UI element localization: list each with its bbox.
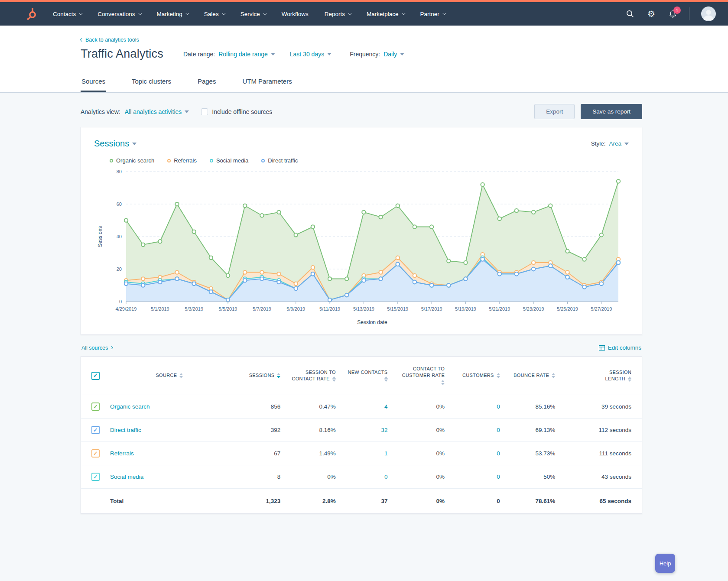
cell[interactable]: 0 bbox=[455, 395, 510, 419]
column-header-session-to-contact-rate[interactable]: SESSION TO CONTACT RATE bbox=[291, 357, 346, 395]
svg-text:5/3/2019: 5/3/2019 bbox=[185, 306, 203, 312]
svg-text:20: 20 bbox=[117, 266, 122, 272]
chevron-down-icon bbox=[442, 11, 446, 15]
cell[interactable]: 1 bbox=[346, 442, 398, 465]
total-label: Total bbox=[110, 489, 239, 514]
date-range-dropdown[interactable]: Rolling date range bbox=[218, 51, 275, 58]
table-row-referrals: ✓Referrals671.49%10%053.73%111 seconds bbox=[81, 442, 642, 465]
sort-icon[interactable] bbox=[497, 373, 500, 378]
sort-icon[interactable] bbox=[277, 373, 280, 378]
cell: 0% bbox=[398, 419, 455, 442]
cell: 53.73% bbox=[510, 442, 566, 465]
cell[interactable]: 0 bbox=[346, 465, 398, 489]
sessions-area-chart[interactable]: 0204060804/29/20195/1/20195/3/20195/5/20… bbox=[94, 166, 630, 328]
select-all-checkbox-cell: ✓ bbox=[81, 357, 110, 395]
date-range-label: Date range: bbox=[183, 51, 215, 58]
source-link[interactable]: Social media bbox=[110, 474, 143, 480]
analytics-view-label: Analytics view: bbox=[81, 108, 120, 115]
export-button[interactable]: Export bbox=[534, 104, 575, 119]
row-checkbox[interactable]: ✓ bbox=[91, 402, 100, 411]
column-header-bounce-rate[interactable]: BOUNCE RATE bbox=[510, 357, 566, 395]
sort-icon[interactable] bbox=[628, 377, 631, 382]
svg-text:5/5/2019: 5/5/2019 bbox=[219, 306, 237, 312]
sessions-chart-card: Sessions Style: Area Organic searchRefer… bbox=[81, 127, 642, 335]
select-all-checkbox[interactable]: ✓ bbox=[91, 372, 100, 380]
legend-item-organic-search[interactable]: Organic search bbox=[110, 157, 154, 164]
column-header-contact-to-customer-rate[interactable]: CONTACT TO CUSTOMER RATE bbox=[398, 357, 455, 395]
include-offline-checkbox[interactable] bbox=[201, 108, 208, 115]
tab-topic-clusters[interactable]: Topic clusters bbox=[131, 72, 172, 92]
column-header-customers[interactable]: CUSTOMERS bbox=[455, 357, 510, 395]
sources-table-card: ✓SOURCESESSIONSSESSION TO CONTACT RATENE… bbox=[81, 356, 642, 514]
cell[interactable]: 32 bbox=[346, 419, 398, 442]
row-checkbox[interactable]: ✓ bbox=[91, 449, 100, 458]
cell[interactable]: 0 bbox=[455, 419, 510, 442]
chart-metric-dropdown[interactable]: Sessions bbox=[94, 139, 136, 149]
svg-text:5/1/2019: 5/1/2019 bbox=[151, 306, 169, 312]
nav-item-reports[interactable]: Reports bbox=[325, 11, 351, 17]
cell[interactable]: 0 bbox=[455, 465, 510, 489]
page-title: Traffic Analytics bbox=[81, 47, 163, 61]
svg-text:5/27/2019: 5/27/2019 bbox=[591, 306, 612, 312]
svg-text:60: 60 bbox=[117, 201, 122, 207]
chevron-down-icon bbox=[402, 11, 405, 15]
svg-text:5/13/2019: 5/13/2019 bbox=[353, 306, 374, 312]
notification-badge: 1 bbox=[673, 6, 681, 14]
all-sources-breadcrumb[interactable]: All sources bbox=[81, 345, 113, 351]
total-cell: 78.61% bbox=[510, 489, 566, 514]
nav-item-contacts[interactable]: Contacts bbox=[53, 11, 81, 17]
help-button[interactable]: Help bbox=[655, 554, 675, 573]
avatar[interactable] bbox=[701, 6, 716, 21]
cell[interactable]: 0 bbox=[455, 442, 510, 465]
cell: 0.47% bbox=[291, 395, 346, 419]
save-as-report-button[interactable]: Save as report bbox=[581, 104, 642, 119]
column-header-session-length[interactable]: SESSION LENGTH bbox=[566, 357, 642, 395]
cell: 8 bbox=[239, 465, 291, 489]
sort-icon[interactable] bbox=[332, 377, 336, 382]
row-checkbox[interactable]: ✓ bbox=[91, 426, 100, 434]
nav-item-workflows[interactable]: Workflows bbox=[282, 11, 309, 17]
legend-item-referrals[interactable]: Referrals bbox=[167, 157, 197, 164]
sources-table: ✓SOURCESESSIONSSESSION TO CONTACT RATENE… bbox=[81, 357, 642, 513]
source-link[interactable]: Referrals bbox=[110, 450, 134, 457]
period-dropdown[interactable]: Last 30 days bbox=[290, 51, 332, 58]
analytics-view-dropdown[interactable]: All analytics activities bbox=[125, 108, 189, 115]
gear-icon[interactable]: ⚙ bbox=[647, 9, 656, 19]
nav-item-partner[interactable]: Partner bbox=[420, 11, 445, 17]
legend-item-direct-traffic[interactable]: Direct traffic bbox=[261, 157, 298, 164]
sort-icon[interactable] bbox=[552, 373, 555, 378]
nav-item-conversations[interactable]: Conversations bbox=[98, 11, 140, 17]
legend-item-social-media[interactable]: Social media bbox=[210, 157, 248, 164]
search-icon[interactable] bbox=[625, 9, 635, 19]
svg-text:5/19/2019: 5/19/2019 bbox=[455, 306, 476, 312]
nav-item-marketplace[interactable]: Marketplace bbox=[367, 11, 404, 17]
column-header-source[interactable]: SOURCE bbox=[110, 357, 239, 395]
tab-utm-parameters[interactable]: UTM Parameters bbox=[241, 72, 292, 92]
nav-item-service[interactable]: Service bbox=[240, 11, 266, 17]
hubspot-logo[interactable] bbox=[25, 7, 38, 20]
chevron-right-icon bbox=[110, 346, 113, 349]
style-dropdown[interactable]: Area bbox=[609, 140, 629, 147]
notifications-bell-icon[interactable]: 1 bbox=[668, 9, 677, 19]
source-link[interactable]: Direct traffic bbox=[110, 427, 141, 433]
svg-text:5/21/2019: 5/21/2019 bbox=[489, 306, 510, 312]
cell: 856 bbox=[239, 395, 291, 419]
frequency-dropdown[interactable]: Daily bbox=[384, 51, 404, 58]
cell[interactable]: 4 bbox=[346, 395, 398, 419]
back-to-analytics-link[interactable]: Back to analytics tools bbox=[81, 37, 139, 43]
column-header-sessions[interactable]: SESSIONS bbox=[239, 357, 291, 395]
nav-divider bbox=[689, 7, 689, 20]
tab-sources[interactable]: Sources bbox=[81, 72, 106, 92]
chevron-down-icon bbox=[271, 53, 275, 55]
edit-columns-button[interactable]: Edit columns bbox=[599, 344, 641, 351]
source-link[interactable]: Organic search bbox=[110, 403, 150, 410]
nav-item-sales[interactable]: Sales bbox=[204, 11, 224, 17]
row-checkbox[interactable]: ✓ bbox=[91, 473, 100, 481]
svg-text:5/11/2019: 5/11/2019 bbox=[319, 306, 340, 312]
tab-pages[interactable]: Pages bbox=[197, 72, 217, 92]
sort-icon[interactable] bbox=[441, 380, 445, 385]
nav-item-marketing[interactable]: Marketing bbox=[157, 11, 188, 17]
column-header-new-contacts[interactable]: NEW CONTACTS bbox=[346, 357, 398, 395]
sort-icon[interactable] bbox=[384, 377, 388, 382]
sort-icon[interactable] bbox=[179, 373, 183, 378]
